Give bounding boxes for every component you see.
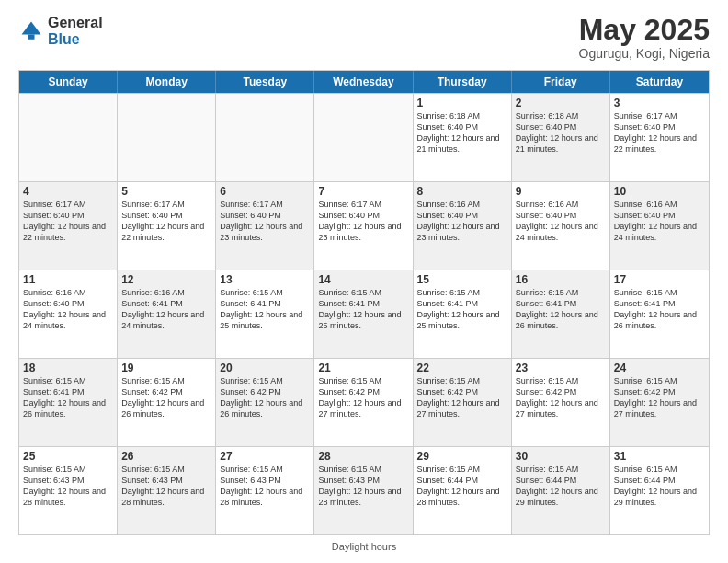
calendar-cell: 15Sunrise: 6:15 AM Sunset: 6:41 PM Dayli… xyxy=(414,270,512,358)
calendar-cell: 12Sunrise: 6:16 AM Sunset: 6:41 PM Dayli… xyxy=(118,270,216,358)
calendar-header-cell: Saturday xyxy=(610,71,709,93)
day-info: Sunrise: 6:15 AM Sunset: 6:42 PM Dayligh… xyxy=(220,375,310,420)
day-number: 30 xyxy=(516,450,606,463)
day-number: 25 xyxy=(23,450,113,463)
day-number: 18 xyxy=(23,362,113,374)
calendar-header-cell: Sunday xyxy=(19,71,118,93)
title-block: May 2025 Ogurugu, Kogi, Nigeria xyxy=(579,15,710,61)
day-number: 2 xyxy=(516,97,606,109)
day-number: 14 xyxy=(318,273,408,286)
calendar-cell: 30Sunrise: 6:15 AM Sunset: 6:44 PM Dayli… xyxy=(512,447,610,534)
calendar-cell: 8Sunrise: 6:16 AM Sunset: 6:40 PM Daylig… xyxy=(414,182,512,270)
day-info: Sunrise: 6:15 AM Sunset: 6:42 PM Dayligh… xyxy=(614,375,705,420)
day-info: Sunrise: 6:15 AM Sunset: 6:41 PM Dayligh… xyxy=(318,287,408,332)
calendar-week-row: 25Sunrise: 6:15 AM Sunset: 6:43 PM Dayli… xyxy=(19,446,709,534)
day-number: 4 xyxy=(23,185,113,198)
day-info: Sunrise: 6:16 AM Sunset: 6:40 PM Dayligh… xyxy=(614,199,705,244)
day-number: 26 xyxy=(121,450,211,463)
day-info: Sunrise: 6:15 AM Sunset: 6:43 PM Dayligh… xyxy=(23,464,113,509)
day-number: 5 xyxy=(121,185,211,198)
calendar-cell: 2Sunrise: 6:18 AM Sunset: 6:40 PM Daylig… xyxy=(512,94,610,181)
day-info: Sunrise: 6:15 AM Sunset: 6:41 PM Dayligh… xyxy=(220,287,310,332)
header: General Blue May 2025 Ogurugu, Kogi, Nig… xyxy=(18,15,710,61)
day-info: Sunrise: 6:15 AM Sunset: 6:41 PM Dayligh… xyxy=(23,375,113,420)
calendar-cell: 13Sunrise: 6:15 AM Sunset: 6:41 PM Dayli… xyxy=(216,270,314,358)
logo: General Blue xyxy=(18,15,103,47)
day-number: 1 xyxy=(417,97,507,109)
day-info: Sunrise: 6:17 AM Sunset: 6:40 PM Dayligh… xyxy=(614,110,705,155)
month-title: May 2025 xyxy=(579,15,710,44)
calendar-cell: 10Sunrise: 6:16 AM Sunset: 6:40 PM Dayli… xyxy=(610,182,709,270)
day-info: Sunrise: 6:18 AM Sunset: 6:40 PM Dayligh… xyxy=(516,110,606,155)
calendar-cell: 28Sunrise: 6:15 AM Sunset: 6:43 PM Dayli… xyxy=(314,447,413,534)
calendar-week-row: 18Sunrise: 6:15 AM Sunset: 6:41 PM Dayli… xyxy=(19,358,709,446)
calendar-cell: 1Sunrise: 6:18 AM Sunset: 6:40 PM Daylig… xyxy=(414,94,512,181)
logo-text: General Blue xyxy=(48,15,103,47)
calendar-cell: 4Sunrise: 6:17 AM Sunset: 6:40 PM Daylig… xyxy=(19,182,118,270)
day-number: 15 xyxy=(417,273,507,286)
calendar-cell: 29Sunrise: 6:15 AM Sunset: 6:44 PM Dayli… xyxy=(414,447,512,534)
day-info: Sunrise: 6:15 AM Sunset: 6:43 PM Dayligh… xyxy=(121,464,211,509)
day-number: 9 xyxy=(516,185,606,198)
day-info: Sunrise: 6:16 AM Sunset: 6:40 PM Dayligh… xyxy=(516,199,606,244)
calendar-cell: 31Sunrise: 6:15 AM Sunset: 6:44 PM Dayli… xyxy=(610,447,709,534)
day-number: 24 xyxy=(614,362,705,374)
calendar-header-row: SundayMondayTuesdayWednesdayThursdayFrid… xyxy=(19,71,709,93)
calendar-cell: 25Sunrise: 6:15 AM Sunset: 6:43 PM Dayli… xyxy=(19,447,118,534)
day-number: 31 xyxy=(614,450,705,463)
day-number: 29 xyxy=(417,450,507,463)
calendar-header-cell: Wednesday xyxy=(314,71,413,93)
calendar-cell: 9Sunrise: 6:16 AM Sunset: 6:40 PM Daylig… xyxy=(512,182,610,270)
day-number: 27 xyxy=(220,450,310,463)
calendar: SundayMondayTuesdayWednesdayThursdayFrid… xyxy=(18,70,710,535)
logo-blue: Blue xyxy=(48,31,103,48)
calendar-cell xyxy=(118,94,216,181)
day-info: Sunrise: 6:15 AM Sunset: 6:43 PM Dayligh… xyxy=(318,464,408,509)
day-number: 13 xyxy=(220,273,310,286)
footer: Daylight hours xyxy=(18,541,710,552)
day-info: Sunrise: 6:15 AM Sunset: 6:42 PM Dayligh… xyxy=(318,375,408,420)
calendar-cell xyxy=(19,94,118,181)
day-info: Sunrise: 6:15 AM Sunset: 6:43 PM Dayligh… xyxy=(220,464,310,509)
calendar-week-row: 4Sunrise: 6:17 AM Sunset: 6:40 PM Daylig… xyxy=(19,181,709,270)
day-number: 20 xyxy=(220,362,310,374)
day-info: Sunrise: 6:16 AM Sunset: 6:40 PM Dayligh… xyxy=(23,287,113,332)
day-info: Sunrise: 6:16 AM Sunset: 6:40 PM Dayligh… xyxy=(417,199,507,244)
day-number: 21 xyxy=(318,362,408,374)
calendar-cell: 7Sunrise: 6:17 AM Sunset: 6:40 PM Daylig… xyxy=(314,182,413,270)
day-number: 17 xyxy=(614,273,705,286)
day-number: 6 xyxy=(220,185,310,198)
calendar-week-row: 11Sunrise: 6:16 AM Sunset: 6:40 PM Dayli… xyxy=(19,270,709,358)
calendar-header-cell: Monday xyxy=(118,71,216,93)
day-number: 10 xyxy=(614,185,705,198)
calendar-week-row: 1Sunrise: 6:18 AM Sunset: 6:40 PM Daylig… xyxy=(19,93,709,181)
calendar-cell: 21Sunrise: 6:15 AM Sunset: 6:42 PM Dayli… xyxy=(314,359,413,446)
day-info: Sunrise: 6:15 AM Sunset: 6:41 PM Dayligh… xyxy=(614,287,705,332)
day-info: Sunrise: 6:17 AM Sunset: 6:40 PM Dayligh… xyxy=(121,199,211,244)
page: General Blue May 2025 Ogurugu, Kogi, Nig… xyxy=(0,0,728,563)
calendar-cell: 6Sunrise: 6:17 AM Sunset: 6:40 PM Daylig… xyxy=(216,182,314,270)
svg-marker-0 xyxy=(22,21,41,34)
calendar-cell: 24Sunrise: 6:15 AM Sunset: 6:42 PM Dayli… xyxy=(610,359,709,446)
calendar-cell: 17Sunrise: 6:15 AM Sunset: 6:41 PM Dayli… xyxy=(610,270,709,358)
calendar-header-cell: Tuesday xyxy=(216,71,314,93)
calendar-cell: 26Sunrise: 6:15 AM Sunset: 6:43 PM Dayli… xyxy=(118,447,216,534)
calendar-cell: 5Sunrise: 6:17 AM Sunset: 6:40 PM Daylig… xyxy=(118,182,216,270)
location: Ogurugu, Kogi, Nigeria xyxy=(579,46,710,61)
day-info: Sunrise: 6:15 AM Sunset: 6:42 PM Dayligh… xyxy=(121,375,211,420)
calendar-cell: 18Sunrise: 6:15 AM Sunset: 6:41 PM Dayli… xyxy=(19,359,118,446)
calendar-cell: 14Sunrise: 6:15 AM Sunset: 6:41 PM Dayli… xyxy=(314,270,413,358)
day-info: Sunrise: 6:15 AM Sunset: 6:44 PM Dayligh… xyxy=(614,464,705,509)
calendar-cell: 20Sunrise: 6:15 AM Sunset: 6:42 PM Dayli… xyxy=(216,359,314,446)
day-number: 11 xyxy=(23,273,113,286)
day-info: Sunrise: 6:15 AM Sunset: 6:44 PM Dayligh… xyxy=(417,464,507,509)
calendar-cell: 23Sunrise: 6:15 AM Sunset: 6:42 PM Dayli… xyxy=(512,359,610,446)
calendar-cell: 16Sunrise: 6:15 AM Sunset: 6:41 PM Dayli… xyxy=(512,270,610,358)
svg-rect-1 xyxy=(28,34,35,39)
day-number: 28 xyxy=(318,450,408,463)
day-number: 7 xyxy=(318,185,408,198)
logo-general: General xyxy=(48,15,103,31)
logo-icon xyxy=(18,18,44,44)
day-info: Sunrise: 6:15 AM Sunset: 6:41 PM Dayligh… xyxy=(417,287,507,332)
calendar-cell: 19Sunrise: 6:15 AM Sunset: 6:42 PM Dayli… xyxy=(118,359,216,446)
